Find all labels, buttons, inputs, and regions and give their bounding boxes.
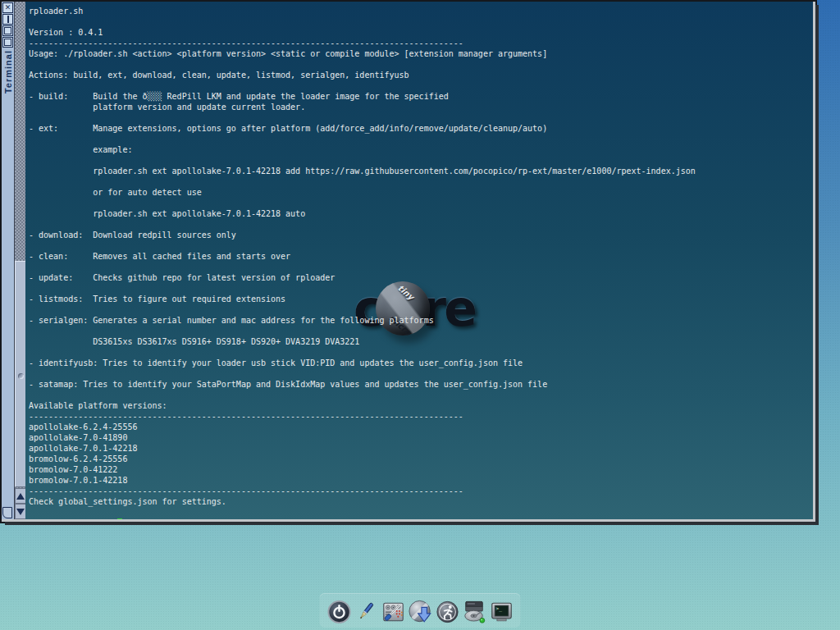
terminal-line: Available platform versions: (29, 400, 813, 411)
terminal-line: ----------------------------------------… (29, 411, 813, 422)
terminal-line: rploader.sh ext apollolake-7.0.1-42218 a… (29, 166, 813, 176)
window-titlebar[interactable]: ✕ Terminal (2, 2, 14, 519)
scrollbar-trough[interactable] (14, 2, 25, 519)
terminal-line: example: (29, 144, 813, 155)
terminal-line (29, 283, 813, 294)
svg-text:>_: >_ (495, 605, 502, 612)
terminal-line: Check global_settings.json for settings. (29, 496, 813, 507)
terminal-line: platform version and update current load… (29, 102, 813, 112)
terminal-line (29, 347, 813, 358)
terminal-line: apollolake-6.2.4-25556 (29, 422, 813, 432)
mount-disk-icon[interactable] (462, 597, 487, 624)
resize-handle[interactable] (2, 507, 12, 518)
terminal-line (29, 134, 813, 144)
terminal-line (29, 155, 813, 166)
terminal-line: or for auto detect use (29, 187, 813, 198)
terminal-line: - build: Build the ð░░░ RedPill LKM and … (29, 91, 813, 102)
dock: >_ (320, 593, 521, 628)
terminal-line: - identifyusb: Tries to identify your lo… (29, 358, 813, 368)
terminal-line: DS3615xs DS3617xs DS916+ DS918+ DS920+ D… (29, 336, 813, 347)
window-frame: ✕ Terminal c tiny micro re (2, 2, 815, 522)
scrollbar-thumb[interactable] (15, 261, 26, 487)
scroll-down-button[interactable] (15, 504, 26, 519)
terminal-line (29, 176, 813, 187)
terminal-line: Actions: build, ext, download, clean, up… (29, 70, 813, 80)
window-title: Terminal (3, 50, 13, 94)
terminal-output[interactable]: c tiny micro re rploader.sh Version : 0.… (25, 2, 813, 519)
arrow-down-icon (16, 509, 25, 515)
terminal-line (29, 198, 813, 208)
terminal-line (29, 262, 813, 272)
terminal-line (29, 59, 813, 70)
terminal-line (29, 326, 813, 336)
terminal-line: - listmods: Tries to figure out required… (29, 294, 813, 304)
terminal-line (29, 80, 813, 91)
terminal-line: Version : 0.4.1 (29, 27, 813, 38)
terminal-line (29, 16, 813, 27)
iconify-button[interactable] (2, 37, 13, 48)
terminal-line: - serialgen: Generates a serial number a… (29, 315, 813, 326)
pen-editor-icon[interactable] (354, 597, 379, 624)
terminal-line: apollolake-7.0-41890 (29, 432, 813, 443)
terminal-line: Usage: ./rploader.sh <action> <platform … (29, 48, 813, 59)
terminal-line: bromolow-6.2.4-25556 (29, 454, 813, 464)
terminal-cursor (117, 518, 122, 519)
terminal-line (29, 112, 813, 123)
power-exit-icon[interactable] (326, 597, 352, 624)
terminal-line: - download: Download redpill sources onl… (29, 230, 813, 240)
maximize-button[interactable] (2, 25, 13, 36)
scrollbar-dimple-icon (18, 373, 24, 379)
terminal-line (29, 219, 813, 230)
terminal-line: rploader.sh ext apollolake-7.0.1-42218 a… (29, 208, 813, 219)
terminal-line: - satamap: Tries to identify your SataPo… (29, 379, 813, 390)
close-button[interactable]: ✕ (2, 2, 13, 13)
scroll-up-button[interactable] (15, 488, 26, 504)
terminal-line: apollolake-7.0.1-42218 (29, 443, 813, 454)
terminal-icon[interactable]: >_ (489, 597, 514, 624)
control-panel-icon[interactable] (381, 597, 406, 624)
run-exec-icon[interactable] (435, 597, 460, 624)
terminal-line: - ext: Manage extensions, options go aft… (29, 123, 813, 134)
shade-button[interactable] (2, 14, 13, 25)
terminal-window: ✕ Terminal c tiny micro re (0, 0, 817, 523)
terminal-line: ----------------------------------------… (29, 38, 813, 48)
terminal-lines: rploader.sh Version : 0.4.1-------------… (29, 6, 813, 507)
terminal-line: bromolow-7.0.1-42218 (29, 475, 813, 486)
terminal-line: bromolow-7.0-41222 (29, 464, 813, 475)
desktop: { "window": { "title": "Terminal", "butt… (0, 0, 840, 630)
prompt-line[interactable]: tc@box:~$ (29, 507, 813, 519)
shell-prompt: tc@box:~$ (68, 518, 112, 519)
terminal-line (29, 368, 813, 379)
arrow-up-icon (16, 493, 25, 500)
terminal-line (29, 240, 813, 251)
apps-download-icon[interactable] (408, 597, 433, 624)
terminal-line: ----------------------------------------… (29, 486, 813, 496)
terminal-line: - update: Checks github repo for latest … (29, 272, 813, 283)
terminal-line: rploader.sh (29, 6, 813, 16)
terminal-line (29, 390, 813, 400)
terminal-line (29, 304, 813, 315)
terminal-line: - clean: Removes all cached files and st… (29, 251, 813, 262)
